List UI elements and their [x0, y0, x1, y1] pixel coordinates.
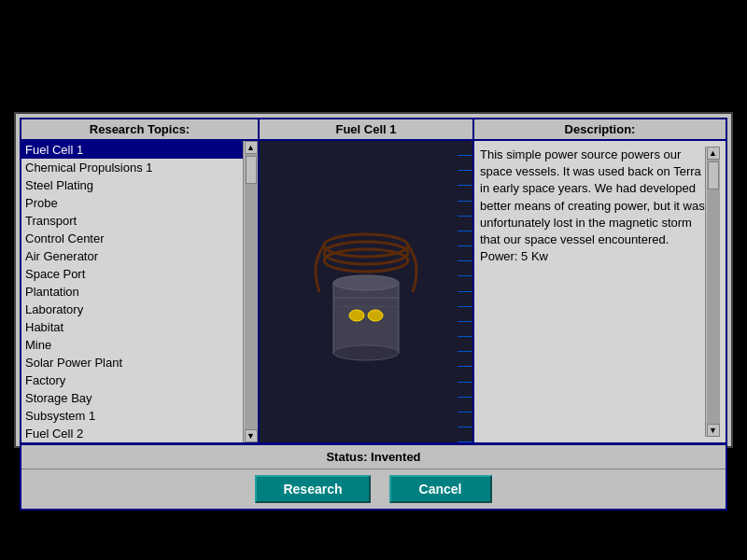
right-panel-header: Description: [474, 119, 726, 141]
svg-rect-9 [334, 306, 398, 307]
scroll-up-btn[interactable]: ▲ [245, 141, 258, 154]
scroll-track [245, 154, 258, 429]
svg-rect-3 [333, 283, 399, 353]
desc-scroll-up[interactable]: ▲ [707, 147, 720, 160]
list-item[interactable]: Storage Bay [21, 389, 243, 407]
research-dialog: Research Topics: Fuel Cell 1Chemical Pro… [14, 112, 733, 448]
list-item[interactable]: Probe [21, 194, 243, 212]
scroll-thumb[interactable] [246, 156, 257, 184]
description-text: This simple power source powers our spac… [480, 147, 705, 437]
list-item[interactable]: Habitat [21, 318, 243, 336]
scan-lines [458, 141, 472, 442]
right-panel: Description: This simple power source po… [474, 119, 726, 442]
list-item[interactable]: Factory [21, 371, 243, 389]
research-button[interactable]: Research [255, 475, 370, 503]
cancel-button[interactable]: Cancel [389, 475, 492, 503]
svg-point-5 [333, 345, 399, 360]
list-item[interactable]: Subsystem 1 [21, 407, 243, 425]
description-area: This simple power source powers our spac… [474, 141, 726, 442]
list-item[interactable]: Space Port [21, 265, 243, 283]
fuel-cell-image [301, 217, 431, 367]
svg-point-7 [368, 310, 383, 321]
research-list[interactable]: Fuel Cell 1Chemical Propulsions 1Steel P… [21, 141, 243, 442]
list-item[interactable]: Chemical Propulsions 1 [21, 159, 243, 176]
status-text: Status: Invented [326, 450, 420, 464]
desc-scrollbar[interactable]: ▲ ▼ [705, 147, 720, 437]
preview-area [260, 141, 472, 442]
list-item[interactable]: Air Generator [21, 247, 243, 265]
list-item[interactable]: Steel Plating [21, 176, 243, 194]
list-item[interactable]: Solar Power Plant [21, 354, 243, 371]
middle-panel-header: Fuel Cell 1 [260, 119, 472, 141]
left-panel-header: Research Topics: [21, 119, 258, 141]
list-item[interactable]: Laboratory [21, 301, 243, 318]
list-item[interactable]: Plantation [21, 283, 243, 301]
list-scrollbar[interactable]: ▲ ▼ [243, 141, 258, 442]
list-item[interactable]: Control Center [21, 230, 243, 247]
list-item[interactable]: Fuel Cell 1 [21, 141, 243, 159]
middle-panel: Fuel Cell 1 [260, 119, 474, 442]
svg-rect-8 [334, 297, 398, 299]
desc-scroll-down[interactable]: ▼ [707, 424, 720, 437]
svg-point-6 [349, 310, 364, 321]
list-item[interactable]: Transport [21, 212, 243, 230]
button-row: Research Cancel [21, 469, 726, 509]
left-panel: Research Topics: Fuel Cell 1Chemical Pro… [21, 119, 260, 442]
svg-point-4 [333, 275, 399, 290]
desc-scroll-track [707, 160, 720, 424]
list-item[interactable]: Fuel Cell 2 [21, 425, 243, 442]
list-item[interactable]: Mine [21, 336, 243, 354]
scroll-down-btn[interactable]: ▼ [245, 429, 258, 442]
desc-scroll-thumb[interactable] [708, 161, 719, 189]
status-bar: Status: Invented [21, 445, 726, 469]
bottom-row: Status: Invented Research Cancel [21, 443, 726, 509]
